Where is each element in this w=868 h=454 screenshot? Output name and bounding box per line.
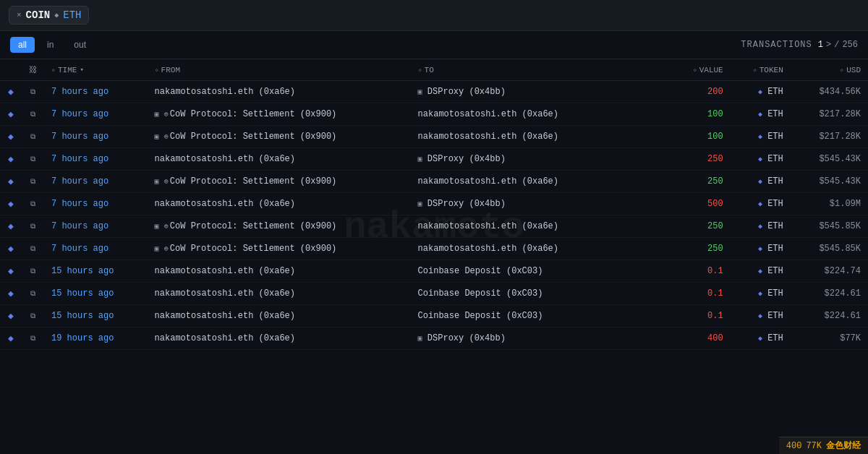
row-to[interactable]: Coinbase Deposit (0xC03)	[411, 305, 663, 327]
row-time[interactable]: 7 hours ago	[44, 81, 148, 103]
row-from[interactable]: ▣ ⊕CoW Protocol: Settlement (0x900)	[148, 238, 411, 260]
row-to[interactable]: Coinbase Deposit (0xC03)	[411, 260, 663, 283]
row-link-icon[interactable]: ⧉	[22, 81, 44, 103]
row-value: 250	[663, 148, 731, 171]
page-total: 256	[842, 40, 858, 50]
row-token: ◆ ETH	[731, 148, 791, 171]
bottom-logo: 金色财经	[826, 440, 861, 452]
col-to[interactable]: ⬦ TO	[411, 59, 663, 81]
table-header-row: ⛓ ⬦ TIME ▾ ⬦ FROM ⬦ TO	[0, 59, 868, 81]
row-usd: $217.28K	[791, 126, 868, 148]
row-value: 0.1	[663, 305, 731, 327]
row-type-icon: ◆	[0, 126, 22, 148]
row-usd: $224.74	[791, 260, 868, 283]
row-type-icon: ◆	[0, 171, 22, 193]
row-to[interactable]: ▣ DSProxy (0x4bb)	[411, 148, 663, 171]
col-time[interactable]: ⬦ TIME ▾	[44, 59, 148, 81]
row-token: ◆ ETH	[731, 103, 791, 126]
row-from[interactable]: nakamotosatoshi.eth (0xa6e)	[148, 260, 411, 283]
row-value: 500	[663, 193, 731, 215]
row-time[interactable]: 7 hours ago	[44, 148, 148, 171]
row-link-icon[interactable]: ⧉	[22, 283, 44, 305]
row-time[interactable]: 7 hours ago	[44, 215, 148, 238]
row-link-icon[interactable]: ⧉	[22, 238, 44, 260]
row-type-icon: ◆	[0, 260, 22, 283]
transactions-table: ⛓ ⬦ TIME ▾ ⬦ FROM ⬦ TO	[0, 59, 868, 350]
row-token: ◆ ETH	[731, 283, 791, 305]
row-from[interactable]: nakamotosatoshi.eth (0xa6e)	[148, 81, 411, 103]
row-usd: $545.85K	[791, 215, 868, 238]
tab-in[interactable]: in	[39, 37, 61, 53]
top-bar: × COIN ◆ ETH	[0, 0, 868, 31]
col-link: ⛓	[22, 59, 44, 81]
row-time[interactable]: 7 hours ago	[44, 238, 148, 260]
row-from[interactable]: ▣ ⊕CoW Protocol: Settlement (0x900)	[148, 103, 411, 126]
row-to[interactable]: nakamotosatoshi.eth (0xa6e)	[411, 215, 663, 238]
row-to[interactable]: nakamotosatoshi.eth (0xa6e)	[411, 126, 663, 148]
tab-out[interactable]: out	[66, 37, 94, 53]
row-usd: $217.28K	[791, 103, 868, 126]
row-from[interactable]: nakamotosatoshi.eth (0xa6e)	[148, 305, 411, 327]
table-row: ◆⧉15 hours agonakamotosatoshi.eth (0xa6e…	[0, 260, 868, 283]
table-row: ◆⧉7 hours ago▣ ⊕CoW Protocol: Settlement…	[0, 171, 868, 193]
row-from[interactable]: ▣ ⊕CoW Protocol: Settlement (0x900)	[148, 171, 411, 193]
row-link-icon[interactable]: ⧉	[22, 305, 44, 327]
row-link-icon[interactable]: ⧉	[22, 327, 44, 350]
pagination: 1 > / 256	[818, 40, 858, 50]
filter-bar: all in out TRANSACTIONS 1 > / 256	[0, 31, 868, 59]
bottom-value2: 77K	[806, 441, 822, 451]
row-link-icon[interactable]: ⧉	[22, 260, 44, 283]
row-value: 250	[663, 238, 731, 260]
col-type	[0, 59, 22, 81]
row-to[interactable]: Coinbase Deposit (0xC03)	[411, 283, 663, 305]
tab-all[interactable]: all	[10, 37, 35, 53]
row-link-icon[interactable]: ⧉	[22, 193, 44, 215]
row-link-icon[interactable]: ⧉	[22, 103, 44, 126]
col-token[interactable]: ⬦ TOKEN	[731, 59, 791, 81]
row-to[interactable]: nakamotosatoshi.eth (0xa6e)	[411, 171, 663, 193]
row-from[interactable]: nakamotosatoshi.eth (0xa6e)	[148, 283, 411, 305]
row-link-icon[interactable]: ⧉	[22, 171, 44, 193]
table-row: ◆⧉7 hours agonakamotosatoshi.eth (0xa6e)…	[0, 81, 868, 103]
row-time[interactable]: 19 hours ago	[44, 327, 148, 350]
row-time[interactable]: 15 hours ago	[44, 305, 148, 327]
row-from[interactable]: nakamotosatoshi.eth (0xa6e)	[148, 193, 411, 215]
row-time[interactable]: 15 hours ago	[44, 260, 148, 283]
row-from[interactable]: ▣ ⊕CoW Protocol: Settlement (0x900)	[148, 126, 411, 148]
table-row: ◆⧉7 hours ago▣ ⊕CoW Protocol: Settlement…	[0, 215, 868, 238]
row-type-icon: ◆	[0, 193, 22, 215]
row-time[interactable]: 7 hours ago	[44, 193, 148, 215]
row-token: ◆ ETH	[731, 327, 791, 350]
col-from[interactable]: ⬦ FROM	[148, 59, 411, 81]
row-link-icon[interactable]: ⧉	[22, 126, 44, 148]
row-from[interactable]: ▣ ⊕CoW Protocol: Settlement (0x900)	[148, 215, 411, 238]
row-link-icon[interactable]: ⧉	[22, 148, 44, 171]
row-type-icon: ◆	[0, 103, 22, 126]
row-time[interactable]: 7 hours ago	[44, 103, 148, 126]
row-to[interactable]: nakamotosatoshi.eth (0xa6e)	[411, 103, 663, 126]
row-to[interactable]: nakamotosatoshi.eth (0xa6e)	[411, 238, 663, 260]
table-row: ◆⧉7 hours ago▣ ⊕CoW Protocol: Settlement…	[0, 126, 868, 148]
row-time[interactable]: 15 hours ago	[44, 283, 148, 305]
row-value: 100	[663, 103, 731, 126]
coin-eth-badge[interactable]: × COIN ◆ ETH	[9, 6, 89, 25]
row-time[interactable]: 7 hours ago	[44, 171, 148, 193]
page-current: 1	[818, 40, 823, 50]
row-value: 200	[663, 81, 731, 103]
row-to[interactable]: ▣ DSProxy (0x4bb)	[411, 193, 663, 215]
row-from[interactable]: nakamotosatoshi.eth (0xa6e)	[148, 327, 411, 350]
row-to[interactable]: ▣ DSProxy (0x4bb)	[411, 327, 663, 350]
table-row: ◆⧉15 hours agonakamotosatoshi.eth (0xa6e…	[0, 283, 868, 305]
row-to[interactable]: ▣ DSProxy (0x4bb)	[411, 81, 663, 103]
row-time[interactable]: 7 hours ago	[44, 126, 148, 148]
row-token: ◆ ETH	[731, 238, 791, 260]
row-value: 250	[663, 171, 731, 193]
row-usd: $1.09M	[791, 193, 868, 215]
row-link-icon[interactable]: ⧉	[22, 215, 44, 238]
col-usd[interactable]: ⬦ USD	[791, 59, 868, 81]
transactions-label: TRANSACTIONS	[741, 40, 812, 50]
row-from[interactable]: nakamotosatoshi.eth (0xa6e)	[148, 148, 411, 171]
close-icon[interactable]: ×	[17, 11, 22, 20]
row-token: ◆ ETH	[731, 215, 791, 238]
col-value[interactable]: ⬦ VALUE	[663, 59, 731, 81]
